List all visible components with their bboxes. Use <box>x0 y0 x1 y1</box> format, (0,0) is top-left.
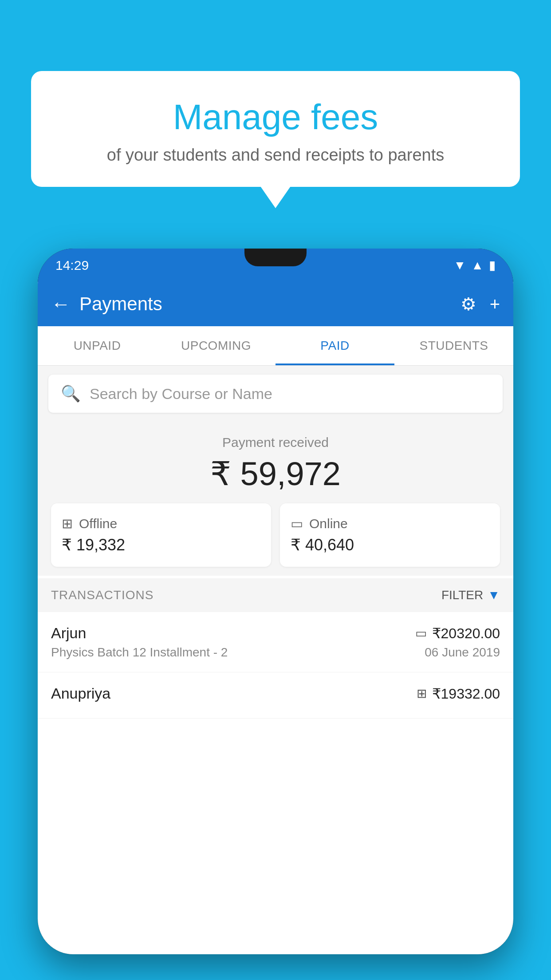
payment-type-icon: ⊞ <box>417 686 427 701</box>
speech-bubble-title: Manage fees <box>53 98 498 137</box>
offline-icon: ⊞ <box>62 516 73 531</box>
transaction-name: Arjun <box>51 624 86 642</box>
add-icon[interactable]: + <box>490 294 500 314</box>
online-card: ▭ Online ₹ 40,640 <box>280 503 500 567</box>
online-amount: ₹ 40,640 <box>291 536 489 554</box>
transaction-name: Anupriya <box>51 685 110 702</box>
filter-icon: ▼ <box>488 588 500 602</box>
payment-received-label: Payment received <box>47 435 504 450</box>
status-icons: ▼ ▲ ▮ <box>454 258 496 273</box>
transaction-amount: ₹19332.00 <box>432 685 500 702</box>
signal-icon: ▲ <box>471 258 484 273</box>
transaction-amount: ₹20320.00 <box>432 625 500 642</box>
offline-amount: ₹ 19,332 <box>62 536 260 554</box>
filter-label: FILTER <box>441 588 483 602</box>
online-label: Online <box>309 516 348 531</box>
transaction-amount-wrap: ▭ ₹20320.00 <box>415 625 500 642</box>
search-bar[interactable]: 🔍 Search by Course or Name <box>48 375 503 413</box>
status-bar: 14:29 ▼ ▲ ▮ <box>38 249 513 282</box>
wifi-icon: ▼ <box>454 258 466 273</box>
transactions-header: TRANSACTIONS FILTER ▼ <box>38 578 513 612</box>
tabs-container: UNPAID UPCOMING PAID STUDENTS <box>38 326 513 366</box>
table-row[interactable]: Anupriya ⊞ ₹19332.00 <box>38 672 513 719</box>
tab-upcoming[interactable]: UPCOMING <box>157 326 276 365</box>
back-button[interactable]: ← <box>51 293 71 315</box>
transaction-course: Physics Batch 12 Installment - 2 <box>51 645 228 660</box>
settings-icon[interactable]: ⚙ <box>460 294 476 314</box>
transaction-amount-wrap: ⊞ ₹19332.00 <box>417 685 500 702</box>
offline-card: ⊞ Offline ₹ 19,332 <box>51 503 271 567</box>
phone-frame: 14:29 ▼ ▲ ▮ ← Payments ⚙ + UN <box>38 249 513 954</box>
online-icon: ▭ <box>291 516 303 531</box>
search-icon: 🔍 <box>61 384 81 403</box>
speech-bubble: Manage fees of your students and send re… <box>31 71 520 187</box>
header-title: Payments <box>79 293 452 315</box>
app-header: ← Payments ⚙ + <box>38 282 513 326</box>
speech-bubble-subtitle: of your students and send receipts to pa… <box>53 146 498 165</box>
tab-students[interactable]: STUDENTS <box>394 326 513 365</box>
table-row[interactable]: Arjun ▭ ₹20320.00 Physics Batch 12 Insta… <box>38 612 513 672</box>
transaction-date: 06 June 2019 <box>425 645 500 660</box>
payment-total-amount: ₹ 59,972 <box>47 454 504 493</box>
transactions-label: TRANSACTIONS <box>51 588 153 602</box>
tab-paid[interactable]: PAID <box>276 326 394 365</box>
status-time: 14:29 <box>55 258 89 273</box>
payment-type-icon: ▭ <box>415 626 427 640</box>
transactions-list: Arjun ▭ ₹20320.00 Physics Batch 12 Insta… <box>38 612 513 719</box>
payment-cards: ⊞ Offline ₹ 19,332 ▭ Online ₹ 40,640 <box>47 503 504 567</box>
offline-label: Offline <box>79 516 117 531</box>
filter-button[interactable]: FILTER ▼ <box>441 588 500 602</box>
battery-icon: ▮ <box>489 258 496 273</box>
phone-inner: ← Payments ⚙ + UNPAID UPCOMING PAID <box>38 282 513 954</box>
search-container: 🔍 Search by Course or Name <box>38 366 513 422</box>
phone-container: 14:29 ▼ ▲ ▮ ← Payments ⚙ + UN <box>38 249 513 980</box>
header-icons: ⚙ + <box>460 294 500 314</box>
payment-summary: Payment received ₹ 59,972 ⊞ Offline ₹ 19… <box>38 422 513 576</box>
notch <box>244 249 307 266</box>
search-placeholder: Search by Course or Name <box>90 385 272 403</box>
tab-unpaid[interactable]: UNPAID <box>38 326 157 365</box>
